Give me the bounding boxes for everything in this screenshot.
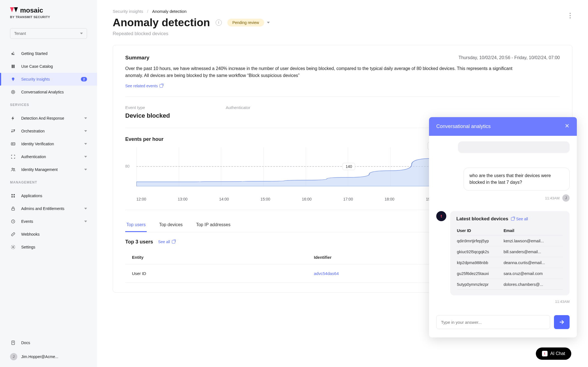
chat-header: Conversational analytics (429, 117, 577, 136)
svg-text:mosaic: mosaic (20, 6, 43, 14)
sidebar-item-conversational-analytics[interactable]: Conversational Analytics (0, 86, 97, 98)
ai-logo-icon: t (542, 351, 548, 356)
tab-top-users[interactable]: Top users (125, 218, 147, 232)
breadcrumb-current: Anomaly detection (152, 9, 186, 14)
svg-point-3 (12, 78, 15, 80)
sidebar-item-settings[interactable]: Settings (0, 241, 97, 253)
chevron-down-icon[interactable] (267, 22, 270, 23)
table-row[interactable]: gu25f6dez25tauxisara.cruz@email.com (457, 269, 563, 279)
table-row[interactable]: ktp2dpma988nbbdeanna.curtis@email... (457, 258, 563, 268)
x-tick: 12:00 (136, 197, 146, 201)
sidebar-user[interactable]: J Jim.Hopper@Acme... (0, 349, 97, 364)
bot-avatar: t (436, 211, 446, 221)
bot-response-card: Latest blocked devices See all User IDEm… (450, 211, 570, 295)
svg-point-19 (13, 247, 14, 248)
see-all-users-link[interactable]: See all (158, 240, 175, 244)
svg-rect-14 (14, 194, 15, 195)
sidebar-item-docs[interactable]: Docs (0, 336, 97, 349)
chat-input[interactable] (436, 315, 550, 329)
ai-chat-button[interactable]: t AI Chat (536, 347, 571, 360)
avatar: J (10, 353, 17, 360)
sidebar: mosaic BY TRANSMIT SECURITY Tenant Getti… (0, 0, 97, 367)
table-row[interactable]: 5utyp0ymmzlezprdolores.chambers@... (457, 279, 563, 290)
email-cell: sara.cruz@email.com (503, 269, 563, 279)
breadcrumb-root[interactable]: Security insights (113, 9, 143, 14)
message-timestamp: 11:43AM (545, 196, 560, 200)
svg-point-12 (14, 168, 15, 170)
event-type-value: Device blocked (125, 112, 170, 119)
sidebar-item-getting-started[interactable]: Getting Started (0, 47, 97, 60)
nav-label: Orchestration (21, 129, 45, 133)
previous-message-placeholder (458, 141, 570, 153)
sidebar-item-webhooks[interactable]: Webhooks (0, 228, 97, 241)
summary-text: Over the past 10 hours, we have witnesse… (125, 65, 521, 79)
users-icon (10, 166, 16, 173)
chevron-down-icon (84, 156, 87, 158)
authenticator-label: Authenticator (226, 105, 250, 110)
kebab-menu[interactable] (568, 11, 572, 20)
sidebar-item-events[interactable]: Events (0, 215, 97, 228)
bolt-icon (10, 115, 16, 121)
brand-byline: BY TRANSMIT SECURITY (10, 15, 87, 19)
sidebar-item-detection-and-response[interactable]: Detection And Response (0, 112, 97, 125)
date-range: Thursday, 10/02/24, 20:56 - Friday, 10/0… (459, 55, 560, 60)
avatar: J (562, 194, 570, 202)
sidebar-item-orchestration[interactable]: Orchestration (0, 125, 97, 137)
sidebar-item-admins-and-entitlements[interactable]: Admins and Entitlements (0, 202, 97, 215)
sidebar-item-authentication[interactable]: Authentication (0, 150, 97, 163)
see-related-events-link[interactable]: See related events (125, 84, 163, 88)
link-label: See related events (125, 84, 158, 88)
management-heading: MANAGEMENT (0, 176, 97, 187)
nav-label: Authentication (21, 154, 46, 159)
tab-top-devices[interactable]: Top devices (158, 218, 184, 232)
lock-icon (10, 206, 16, 212)
tab-top-ip-addresses[interactable]: Top IP addresses (195, 218, 232, 232)
sidebar-item-applications[interactable]: Applications (0, 189, 97, 202)
chain-icon (10, 231, 16, 237)
table-row[interactable]: qdin9mrtjirfepj5ypkenzi.lawson@email... (457, 236, 563, 246)
email-cell: deanna.curtis@email... (503, 258, 563, 268)
svg-rect-13 (11, 194, 13, 195)
sidebar-item-identity-management[interactable]: Identity Management (0, 163, 97, 176)
send-button[interactable] (554, 315, 570, 329)
event-type-label: Event type (125, 105, 170, 110)
flow-icon (10, 128, 16, 134)
sidebar-item-security-insights[interactable]: Security Insights2 (0, 73, 97, 86)
badge: 2 (81, 77, 87, 81)
chart-baseline-label: 80 (125, 164, 130, 168)
page-title: Anomaly detection (113, 16, 210, 29)
sidebar-item-use-case-catalog[interactable]: Use Case Catalog (0, 60, 97, 73)
x-tick: 13:00 (178, 197, 187, 201)
svg-point-8 (11, 131, 12, 132)
target-icon (10, 89, 16, 95)
column-header: User ID (457, 226, 503, 235)
external-link-icon (160, 84, 163, 88)
entity-cell: User ID (125, 264, 307, 283)
userid-cell: ktp2dpma988nbb (457, 258, 503, 268)
clock-icon (10, 218, 16, 224)
chevron-down-icon (80, 33, 83, 34)
tenant-label: Tenant (14, 31, 26, 36)
doc-icon (10, 340, 16, 346)
sidebar-item-identity-verification[interactable]: Identity Verification (0, 137, 97, 150)
mosaic-logo-icon: mosaic (10, 6, 57, 15)
services-heading: SERVICES (0, 98, 97, 110)
chevron-down-icon (84, 208, 87, 209)
table-row[interactable]: gkiuc92l5qcgqk2sbill.sanders@email... (457, 247, 563, 257)
close-icon[interactable] (565, 123, 570, 130)
grid-icon (10, 193, 16, 199)
bot-card-title: Latest blocked devices (456, 216, 508, 222)
brand-logo: mosaic BY TRANSMIT SECURITY (0, 6, 97, 24)
chat-panel: Conversational analytics who are the use… (429, 117, 577, 337)
nav-label: Use Case Catalog (21, 64, 53, 69)
userid-cell: qdin9mrtjirfepj5yp (457, 236, 503, 246)
gear-icon (10, 244, 16, 250)
user-email: Jim.Hopper@Acme... (21, 354, 58, 359)
tenant-selector[interactable]: Tenant (10, 28, 87, 39)
svg-rect-2 (13, 65, 15, 68)
info-icon[interactable]: i (216, 20, 222, 26)
status-badge: Pending review (227, 19, 264, 26)
see-all-link[interactable]: See all (511, 217, 528, 221)
user-message: who are the users that their devices wer… (464, 168, 570, 190)
x-tick: 16:00 (302, 197, 312, 201)
